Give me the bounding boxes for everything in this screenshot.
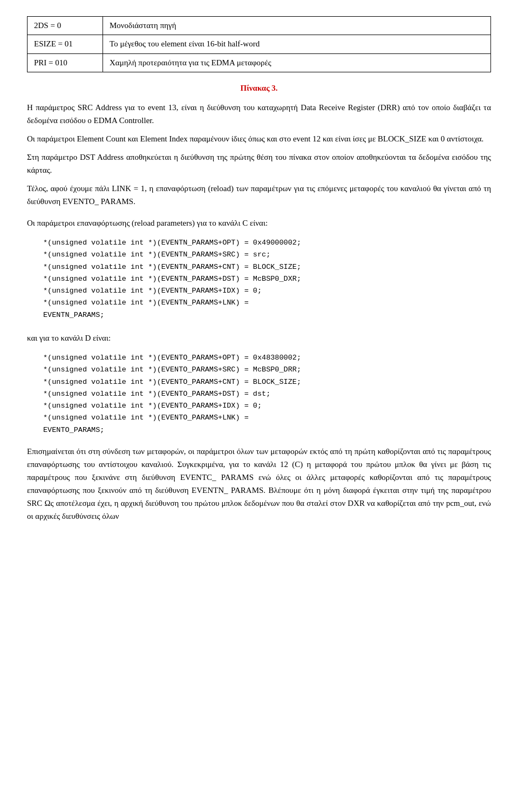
code-block-c: *(unsigned volatile int *)(EVENTN_PARAMS… <box>43 237 491 321</box>
table-cell-col2: Το μέγεθος του element είναι 16-bit half… <box>103 35 491 53</box>
paragraph-7: Επισημαίνεται ότι στη σύνδεση των μεταφο… <box>27 445 491 523</box>
code-block-d: *(unsigned volatile int *)(EVENTO_PARAMS… <box>43 352 491 436</box>
table-cell-col1: PRI = 010 <box>28 53 103 72</box>
paragraph-4: Τέλος, αφού έχουμε πάλι LINK = 1, η επαν… <box>27 182 491 208</box>
table-row: 2DS = 0Μονοδιάστατη πηγή <box>28 17 491 35</box>
paragraph-5: Οι παράμετροι επαναφόρτωσης (reload para… <box>27 216 491 229</box>
table-title: Πίνακας 3. <box>27 82 491 94</box>
table-row: PRI = 010Χαμηλή προτεραιότητα για τις ED… <box>28 53 491 72</box>
paragraph-3: Στη παράμετρο DST Address αποθηκεύεται η… <box>27 151 491 177</box>
table-cell-col1: 2DS = 0 <box>28 17 103 35</box>
table-cell-col2: Χαμηλή προτεραιότητα για τις EDMA μεταφο… <box>103 53 491 72</box>
paragraph-1: Η παράμετρος SRC Address για το event 13… <box>27 101 491 127</box>
table-cell-col1: ESIZE = 01 <box>28 35 103 53</box>
summary-table: 2DS = 0Μονοδιάστατη πηγήESIZE = 01Το μέγ… <box>27 16 491 72</box>
table-cell-col2: Μονοδιάστατη πηγή <box>103 17 491 35</box>
paragraph-2: Οι παράμετροι Element Count και Element … <box>27 132 491 145</box>
paragraph-6: και για το κανάλι D είναι: <box>27 332 491 344</box>
table-row: ESIZE = 01Το μέγεθος του element είναι 1… <box>28 35 491 53</box>
